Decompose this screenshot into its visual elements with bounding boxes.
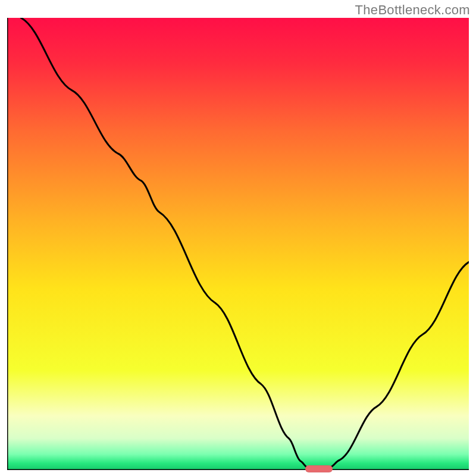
heat-gradient [7, 18, 469, 470]
sweet-spot-marker [305, 465, 333, 472]
plot-frame [7, 18, 469, 470]
chart-container: TheBottleneck.com [0, 0, 476, 476]
svg-rect-0 [7, 18, 469, 470]
watermark-text: TheBottleneck.com [355, 2, 470, 18]
